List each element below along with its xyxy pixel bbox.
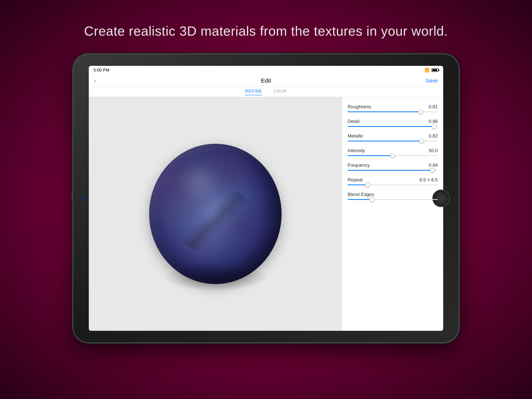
sphere-container [149, 144, 282, 284]
slider-track-frequency[interactable] [348, 170, 438, 171]
home-button[interactable] [432, 190, 450, 207]
save-button[interactable]: Save [425, 77, 438, 84]
slider-value-intensity: 50.0 [429, 148, 438, 153]
slider-row-intensity: Intensity 50.0 [348, 145, 438, 159]
battery-icon [431, 68, 438, 72]
slider-label-blend-edges: Blend Edges [348, 192, 374, 197]
slider-thumb-detail[interactable] [432, 124, 436, 129]
main-content: Roughness 0.81 Detail 0.96 [89, 97, 443, 331]
slider-track-intensity[interactable] [348, 155, 438, 156]
slider-value-metallic: 0.82 [429, 133, 438, 139]
slider-thumb-blend-edges[interactable] [370, 197, 374, 202]
camera-left-icon [80, 196, 84, 200]
slider-thumb-metallic[interactable] [419, 139, 424, 143]
slider-track-roughness[interactable] [348, 111, 438, 112]
slider-fill-blend-edges [348, 199, 372, 200]
wifi-icon: 📶 [425, 68, 430, 72]
slider-label-metallic: Metallic [348, 133, 363, 139]
slider-label-repeat: Repeat [348, 177, 363, 183]
tabs-bar: REFINE CROP [89, 87, 443, 97]
slider-header-detail: Detail 0.96 [348, 119, 438, 124]
slider-row-frequency: Frequency 0.94 [348, 159, 438, 174]
nav-title: Edit [261, 77, 271, 84]
slider-fill-metallic [348, 141, 422, 142]
slider-label-intensity: Intensity [348, 148, 365, 153]
preview-panel [89, 97, 342, 331]
slider-track-metallic[interactable] [348, 141, 438, 142]
slider-value-roughness: 0.81 [429, 104, 438, 109]
slider-row-detail: Detail 0.96 [348, 116, 438, 130]
slider-thumb-frequency[interactable] [430, 168, 435, 173]
status-bar: 5:00 PM 📶 [89, 66, 443, 74]
settings-panel: Roughness 0.81 Detail 0.96 [342, 97, 443, 331]
slider-track-blend-edges[interactable] [348, 199, 438, 200]
battery-fill [432, 69, 437, 71]
ipad-screen: 5:00 PM 📶 ‹ Edit Save REFINE CROP [89, 66, 443, 331]
sphere-shadow [162, 263, 268, 291]
tab-crop[interactable]: CROP [274, 89, 287, 95]
slider-track-detail[interactable] [348, 126, 438, 127]
slider-value-frequency: 0.94 [429, 162, 438, 168]
slider-row-blend-edges: Blend Edges [348, 189, 438, 203]
tagline: Create realistic 3D materials from the t… [84, 23, 448, 39]
slider-label-roughness: Roughness [348, 104, 371, 109]
slider-thumb-intensity[interactable] [390, 153, 395, 158]
slider-value-repeat: 6.5 × 6.5 [419, 177, 438, 183]
nav-bar: ‹ Edit Save [89, 74, 443, 87]
slider-fill-detail [348, 126, 434, 127]
slider-value-detail: 0.96 [429, 119, 438, 124]
slider-fill-repeat [348, 185, 367, 185]
slider-header-repeat: Repeat 6.5 × 6.5 [348, 177, 438, 183]
slider-thumb-repeat[interactable] [365, 183, 370, 187]
slider-row-metallic: Metallic 0.82 [348, 130, 438, 145]
status-icons: 📶 [425, 68, 438, 72]
slider-fill-intensity [348, 155, 393, 156]
slider-label-detail: Detail [348, 119, 360, 124]
slider-track-repeat[interactable] [348, 185, 438, 185]
status-time: 5:00 PM [94, 68, 109, 73]
tab-refine[interactable]: REFINE [245, 89, 262, 95]
slider-header-blend-edges: Blend Edges [348, 192, 438, 197]
side-button [72, 193, 73, 200]
slider-fill-frequency [348, 170, 432, 171]
ipad-shell: 5:00 PM 📶 ‹ Edit Save REFINE CROP [73, 54, 459, 342]
sphere-highlight [176, 161, 222, 203]
slider-header-metallic: Metallic 0.82 [348, 133, 438, 139]
slider-header-frequency: Frequency 0.94 [348, 162, 438, 168]
back-button[interactable]: ‹ [94, 77, 96, 84]
slider-thumb-roughness[interactable] [418, 109, 423, 114]
slider-header-roughness: Roughness 0.81 [348, 104, 438, 109]
slider-fill-roughness [348, 111, 421, 112]
slider-label-frequency: Frequency [348, 162, 370, 168]
slider-row-repeat: Repeat 6.5 × 6.5 [348, 174, 438, 189]
slider-header-intensity: Intensity 50.0 [348, 148, 438, 153]
slider-row-roughness: Roughness 0.81 [348, 101, 438, 116]
